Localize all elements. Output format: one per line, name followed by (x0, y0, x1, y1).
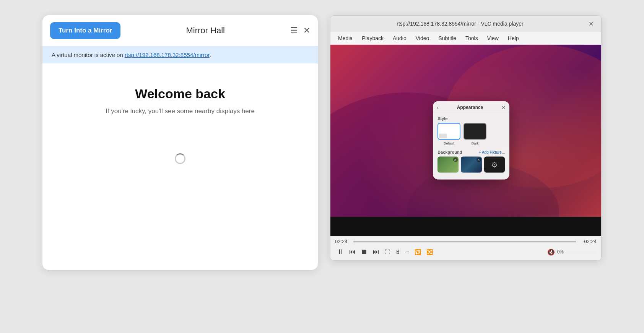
welcome-subtitle: If you're lucky, you'll see some nearby … (106, 107, 255, 115)
turn-into-mirror-button[interactable]: Turn Into a Mirror (50, 22, 120, 39)
style-default-option[interactable]: Default (437, 123, 460, 145)
vlc-menubar: Media Playback Audio Video Subtitle Tool… (330, 32, 601, 45)
vlc-menu-view[interactable]: View (483, 34, 503, 43)
hamburger-icon: ☰ (290, 26, 298, 36)
style-dark-thumb[interactable] (463, 123, 486, 140)
bg-thumb-2-remove[interactable]: ✕ (476, 158, 481, 162)
vlc-progress-row: 02:24 -02:24 (335, 239, 597, 244)
vlc-progress-fill (353, 241, 576, 242)
appearance-dialog: ‹ Appearance ✕ Style Default Dark Backgr (433, 101, 509, 180)
vlc-next-button[interactable]: ⏭ (371, 247, 382, 257)
light-inner-block (439, 134, 447, 138)
vlc-buttons-row: ⏸ ⏮ ⏹ ⏭ ⛶ 🎚 ≡ 🔁 🔀 🔇 0% (335, 247, 597, 257)
loading-spinner (175, 153, 185, 164)
vlc-volume-icon: 🔇 (547, 249, 555, 256)
info-bar-link[interactable]: rtsp://192.168.178.32:8554/mirror (125, 52, 210, 58)
vlc-close-button[interactable]: ✕ (587, 19, 595, 28)
vlc-menu-playback[interactable]: Playback (358, 34, 387, 43)
background-label: Background (437, 150, 462, 154)
vlc-menu-tools[interactable]: Tools (462, 34, 482, 43)
vlc-menu-help[interactable]: Help (504, 34, 523, 43)
vlc-time-left: 02:24 (335, 239, 350, 244)
bg-thumb-2[interactable]: ✕ (461, 157, 482, 173)
vlc-controls: 02:24 -02:24 ⏸ ⏮ ⏹ ⏭ ⛶ 🎚 ≡ 🔁 🔀 🔇 0% (330, 236, 601, 260)
vlc-menu-subtitle[interactable]: Subtitle (434, 34, 460, 43)
menu-icon-button[interactable]: ☰ (290, 26, 298, 36)
close-icon-button[interactable]: ✕ (303, 26, 310, 36)
vlc-title: rtsp://192.168.178.32:8554/mirror - VLC … (337, 21, 584, 27)
mirror-hall-title: Mirror Hall (127, 26, 284, 36)
vlc-titlebar: rtsp://192.168.178.32:8554/mirror - VLC … (330, 16, 601, 32)
vlc-playlist-button[interactable]: ≡ (404, 247, 411, 257)
vlc-panel: rtsp://192.168.178.32:8554/mirror - VLC … (330, 15, 602, 261)
close-icon: ✕ (303, 26, 310, 36)
info-bar-text: A virtual monitor is active on (52, 52, 125, 58)
style-default-label: Default (444, 141, 455, 145)
vlc-volume-pct: 0% (557, 249, 564, 255)
gear-thumb[interactable]: ⚙ (484, 157, 505, 173)
info-bar: A virtual monitor is active on rtsp://19… (42, 46, 318, 63)
vlc-menu-audio[interactable]: Audio (389, 34, 410, 43)
bg-thumb-1[interactable]: ✕ (437, 157, 459, 173)
welcome-title: Welcome back (135, 86, 225, 101)
style-default-thumb[interactable] (437, 123, 460, 140)
header-icons: ☰ ✕ (290, 26, 310, 36)
bottom-black-bar (330, 217, 601, 236)
gear-icon: ⚙ (491, 160, 498, 169)
vlc-loop-button[interactable]: 🔁 (412, 247, 423, 257)
vlc-fullscreen-button[interactable]: ⛶ (382, 247, 392, 257)
vlc-stop-button[interactable]: ⏹ (359, 247, 370, 257)
vlc-eq-button[interactable]: 🎚 (393, 247, 403, 257)
vlc-volume-bar[interactable] (566, 251, 597, 253)
dialog-titlebar: ‹ Appearance ✕ (433, 101, 509, 112)
add-picture-button[interactable]: + Add Picture... (479, 150, 505, 154)
dialog-title: Appearance (457, 105, 483, 110)
style-dark-label: Dark (472, 141, 479, 145)
vlc-shuffle-button[interactable]: 🔀 (424, 247, 435, 257)
vlc-video-area: ‹ Appearance ✕ Style Default Dark Backgr (330, 45, 601, 236)
vlc-time-right: -02:24 (580, 239, 597, 244)
mirror-hall-panel: Turn Into a Mirror Mirror Hall ☰ ✕ A vir… (42, 15, 318, 270)
dialog-back-button[interactable]: ‹ (437, 104, 439, 110)
info-bar-dot: . (210, 52, 211, 58)
left-body: Welcome back If you're lucky, you'll see… (42, 63, 318, 270)
bg-thumb-1-remove[interactable]: ✕ (453, 158, 458, 162)
background-thumbs-row: ✕ ✕ ⚙ (433, 157, 509, 175)
vlc-prev-button[interactable]: ⏮ (347, 247, 358, 257)
vlc-menu-video[interactable]: Video (412, 34, 433, 43)
style-options-row: Default Dark (433, 123, 509, 148)
dialog-close-button[interactable]: ✕ (501, 104, 506, 110)
vlc-pause-button[interactable]: ⏸ (335, 247, 346, 257)
style-section-label: Style (433, 112, 509, 123)
vlc-menu-media[interactable]: Media (334, 34, 356, 43)
left-header: Turn Into a Mirror Mirror Hall ☰ ✕ (42, 15, 318, 46)
style-dark-option[interactable]: Dark (463, 123, 486, 145)
background-row: Background + Add Picture... (433, 148, 509, 157)
vlc-volume-section: 🔇 0% (547, 249, 597, 256)
vlc-progress-bar[interactable] (353, 241, 576, 242)
